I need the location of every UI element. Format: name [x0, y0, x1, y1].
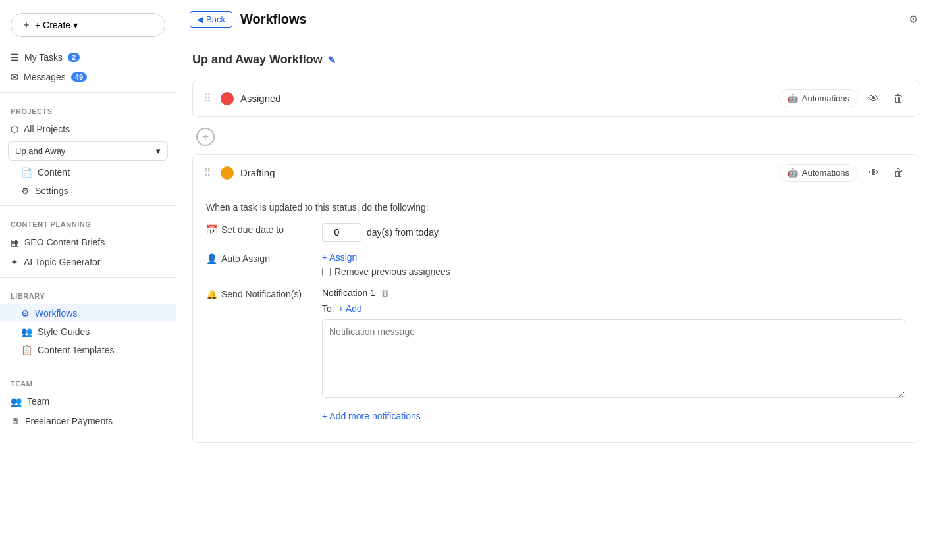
sidebar-item-freelancer-payments[interactable]: 🖥 Freelancer Payments	[0, 411, 176, 431]
sidebar-item-seo-briefs[interactable]: ▦ SEO Content Briefs	[0, 232, 176, 252]
assign-link-text: + Assign	[322, 252, 357, 263]
status-card-drafting-header: ⠿ Drafting 🤖 Automations 👁 🗑	[193, 155, 919, 191]
status-card-drafting: ⠿ Drafting 🤖 Automations 👁 🗑 When a task…	[192, 154, 919, 443]
document-icon: 📄	[21, 167, 32, 178]
status-dot-drafting	[221, 166, 234, 180]
freelancer-payments-label: Freelancer Payments	[25, 416, 113, 426]
workflows-label: Workflows	[35, 308, 77, 318]
cube-icon: ⬡	[11, 124, 18, 134]
ai-topic-label: AI Topic Generator	[24, 257, 100, 267]
delete-notification-icon[interactable]: 🗑	[381, 288, 389, 298]
send-notifications-row: 🔔 Send Notification(s) Notification 1 🗑 …	[206, 288, 905, 421]
days-input-controls: day(s) from today	[322, 223, 905, 242]
auto-assign-label-text: Auto Assign	[221, 253, 270, 264]
main-content: ◀ Back Workflows ⚙ Up and Away Workflow …	[176, 0, 935, 560]
content-label: Content	[38, 167, 70, 178]
notification-1-label: Notification 1	[322, 288, 375, 298]
sidebar-item-content-templates[interactable]: 📋 Content Templates	[0, 341, 176, 359]
project-selector[interactable]: Up and Away ▾	[8, 141, 168, 161]
visibility-button-drafting[interactable]: 👁	[865, 165, 883, 182]
notifications-controls: Notification 1 🗑 To: + Add + Add more no…	[322, 288, 905, 421]
all-projects-label: All Projects	[24, 124, 70, 134]
team-section-label: TEAM	[0, 370, 176, 392]
add-status-row: +	[192, 125, 919, 149]
add-to-link-text: + Add	[338, 303, 362, 314]
auto-assign-label: 👤 Auto Assign	[206, 252, 311, 264]
add-more-notifications-text: + Add more notifications	[322, 411, 421, 421]
days-input[interactable]	[322, 223, 361, 242]
send-notifications-label: 🔔 Send Notification(s)	[206, 288, 311, 299]
set-due-date-label: 📅 Set due date to	[206, 223, 311, 235]
messages-icon: ✉	[11, 72, 18, 82]
edit-workflow-icon[interactable]: ✎	[328, 55, 336, 65]
status-card-assigned: ⠿ Assigned 🤖 Automations 👁 🗑	[192, 80, 919, 117]
content-templates-label: Content Templates	[38, 345, 114, 355]
notification-header: Notification 1 🗑	[322, 288, 905, 298]
drag-handle-drafting[interactable]: ⠿	[203, 166, 211, 179]
sidebar-item-workflows[interactable]: ⚙ Workflows	[0, 304, 176, 322]
project-selector-value: Up and Away	[15, 146, 65, 156]
notification-message-textarea[interactable]	[322, 319, 905, 398]
chevron-down-icon: ▾	[156, 146, 161, 156]
auto-assign-row: 👤 Auto Assign + Assign Remove previous a…	[206, 252, 905, 277]
add-status-between-button[interactable]: +	[196, 128, 215, 146]
page-title: Workflows	[240, 12, 307, 27]
my-tasks-badge: 2	[68, 53, 80, 62]
wand-icon: ✦	[11, 257, 18, 267]
sidebar-item-team[interactable]: 👥 Team	[0, 392, 176, 411]
delete-button-drafting[interactable]: 🗑	[890, 165, 908, 182]
add-more-notifications-link[interactable]: + Add more notifications	[322, 411, 905, 421]
seo-briefs-label: SEO Content Briefs	[24, 237, 105, 247]
days-suffix-text: day(s) from today	[367, 227, 439, 238]
assign-link[interactable]: + Assign	[322, 252, 905, 263]
sidebar-item-all-projects[interactable]: ⬡ All Projects	[0, 119, 176, 139]
sidebar-item-my-tasks[interactable]: ☰ My Tasks 2	[0, 47, 176, 67]
sidebar-item-content[interactable]: 📄 Content	[0, 163, 176, 182]
messages-label: Messages	[24, 72, 66, 82]
status-card-drafting-body: When a task is updated to this status, d…	[193, 191, 919, 442]
automations-button-drafting[interactable]: 🤖 Automations	[779, 164, 858, 182]
style-guides-icon: 👥	[21, 326, 32, 337]
set-due-label-text: Set due date to	[221, 224, 284, 235]
when-text: When a task is updated to this status, d…	[206, 202, 905, 213]
content-planning-section-label: CONTENT PLANNING	[0, 211, 176, 232]
add-recipient-link[interactable]: + Add	[338, 303, 362, 314]
workflow-title: Up and Away Workflow ✎	[192, 53, 919, 66]
messages-badge: 49	[71, 72, 87, 82]
gear-settings-button[interactable]: ⚙	[905, 11, 922, 28]
settings-label: Settings	[35, 186, 68, 196]
page-content: Up and Away Workflow ✎ ⠿ Assigned 🤖 Auto…	[176, 39, 935, 560]
sidebar: ＋ + Create ▾ ☰ My Tasks 2 ✉ Messages 49 …	[0, 0, 176, 560]
create-label: + Create ▾	[35, 20, 78, 30]
sidebar-item-style-guides[interactable]: 👥 Style Guides	[0, 322, 176, 341]
style-guides-label: Style Guides	[38, 326, 90, 337]
sidebar-item-settings[interactable]: ⚙ Settings	[0, 182, 176, 200]
back-label: Back	[206, 14, 225, 24]
automations-label-assigned: Automations	[802, 93, 849, 103]
library-section-label: LIBRARY	[0, 283, 176, 304]
seo-icon: ▦	[11, 237, 19, 247]
remove-assignees-checkbox[interactable]	[322, 268, 331, 276]
status-dot-assigned	[221, 92, 234, 105]
auto-assign-controls: + Assign Remove previous assignees	[322, 252, 905, 277]
back-button[interactable]: ◀ Back	[190, 11, 232, 28]
delete-button-assigned[interactable]: 🗑	[890, 90, 908, 107]
set-due-date-row: 📅 Set due date to day(s) from today	[206, 223, 905, 242]
automations-label-drafting: Automations	[802, 168, 849, 178]
to-row: To: + Add	[322, 303, 905, 314]
automations-button-assigned[interactable]: 🤖 Automations	[779, 89, 858, 107]
back-arrow-icon: ◀	[197, 14, 203, 24]
robot-icon-drafting: 🤖	[788, 168, 798, 178]
sidebar-item-ai-topic[interactable]: ✦ AI Topic Generator	[0, 252, 176, 272]
create-button[interactable]: ＋ + Create ▾	[11, 13, 165, 37]
plus-icon: ＋	[22, 19, 31, 31]
team-icon: 👥	[11, 396, 22, 407]
status-name-drafting: Drafting	[240, 167, 772, 178]
drag-handle-assigned[interactable]: ⠿	[203, 92, 211, 105]
visibility-button-assigned[interactable]: 👁	[865, 90, 883, 107]
workflow-icon: ⚙	[21, 308, 30, 318]
remove-assignees-label: Remove previous assignees	[334, 267, 450, 277]
status-name-assigned: Assigned	[240, 93, 772, 104]
main-header: ◀ Back Workflows ⚙	[176, 0, 935, 39]
sidebar-item-messages[interactable]: ✉ Messages 49	[0, 67, 176, 87]
